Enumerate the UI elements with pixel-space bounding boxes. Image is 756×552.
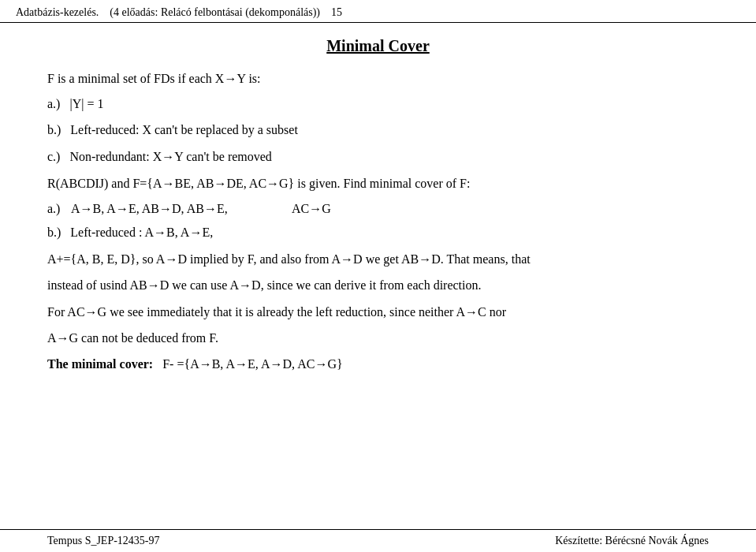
step-b-text3: instead of usind AB→D we can use A→D, si… xyxy=(47,278,482,292)
minimal-cover-value: F- ={A→B, A→E, A→D, AC→G} xyxy=(162,357,342,371)
para-ac-text: For AC→G we see immediately that it is a… xyxy=(47,305,506,319)
para-ac2: A→G can not be deduced from F. xyxy=(47,328,709,349)
main-content: Minimal Cover F is a minimal set of FDs … xyxy=(0,23,756,382)
minimal-cover-label: The minimal cover: xyxy=(47,357,153,371)
item-c-label: c.) xyxy=(47,150,60,163)
step-a-row: a.) A→B, A→E, AB→D, AB→E, AC→G xyxy=(47,200,709,219)
header-lecture: (4 előadás: Relácó felbontásai (dekompon… xyxy=(110,6,320,18)
para-ac: For AC→G we see immediately that it is a… xyxy=(47,302,709,323)
footer-right: Készítette: Bérécsné Novák Ágnes xyxy=(555,535,709,547)
intro-text: F is a minimal set of FDs if each X→Y is… xyxy=(47,72,261,85)
item-c: c.) Non-redundant: X→Y can't be removed xyxy=(47,147,709,167)
problem-line: R(ABCDIJ) and F={A→BE, AB→DE, AC→G} is g… xyxy=(47,173,709,194)
item-a-label: a.) xyxy=(47,97,60,110)
intro-line: F is a minimal set of FDs if each X→Y is… xyxy=(47,69,709,89)
page-title: Minimal Cover xyxy=(47,34,709,58)
step-a-left: A→B, A→E, AB→D, AB→E, xyxy=(71,200,292,219)
step-b-line1: b.) Left-reduced : A→B, A→E, xyxy=(47,222,709,243)
item-b: b.) Left-reduced: X can't be replaced by… xyxy=(47,120,709,140)
item-a-text: |Y| = 1 xyxy=(69,97,103,110)
step-b-text2: A+={A, B, E, D}, so A→D implied by F, an… xyxy=(47,252,531,266)
item-b-label: b.) xyxy=(47,123,61,136)
footer-left: Tempus S_JEP-12435-97 xyxy=(47,535,160,547)
para-ac2-text: A→G can not be deduced from F. xyxy=(47,331,218,345)
step-b-label: b.) xyxy=(47,226,61,239)
step-b-line2: A+={A, B, E, D}, so A→D implied by F, an… xyxy=(47,249,709,270)
header-left: Adatbázis-kezelés. (4 előadás: Relácó fe… xyxy=(16,6,342,19)
step-a-label: a.) xyxy=(47,200,71,219)
item-b-text: Left-reduced: X can't be replaced by a s… xyxy=(70,123,298,136)
minimal-cover-line: The minimal cover: F- ={A→B, A→E, A→D, A… xyxy=(47,355,709,375)
header-page-number: 15 xyxy=(331,6,342,18)
header: Adatbázis-kezelés. (4 előadás: Relácó fe… xyxy=(0,0,756,23)
step-b-line3: instead of usind AB→D we can use A→D, si… xyxy=(47,275,709,296)
step-b-text1: Left-reduced : A→B, A→E, xyxy=(70,226,213,239)
item-a: a.) |Y| = 1 xyxy=(47,94,709,114)
page-container: Adatbázis-kezelés. (4 előadás: Relácó fe… xyxy=(0,0,756,552)
problem-text: R(ABCDIJ) and F={A→BE, AB→DE, AC→G} is g… xyxy=(47,177,470,190)
header-course: Adatbázis-kezelés. xyxy=(16,6,99,18)
item-c-text: Non-redundant: X→Y can't be removed xyxy=(69,150,271,163)
step-a-right: AC→G xyxy=(292,200,709,219)
footer: Tempus S_JEP-12435-97 Készítette: Bérécs… xyxy=(0,529,756,552)
